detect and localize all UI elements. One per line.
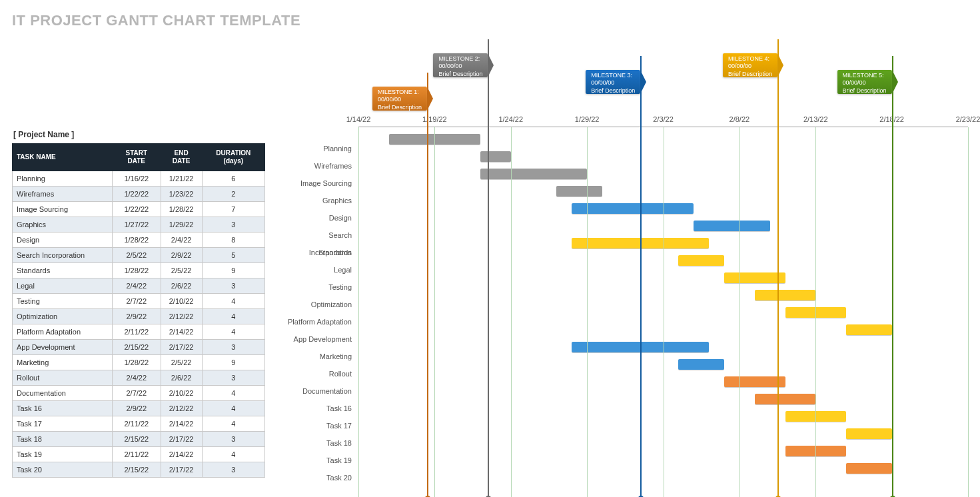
milestone-title: MILESTONE 4: xyxy=(728,55,772,63)
cell-start-date: 2/11/22 xyxy=(113,416,161,432)
cell-task-name: Task 17 xyxy=(13,416,113,432)
gantt-bar xyxy=(678,255,724,266)
cell-task-name: Search Incorporation xyxy=(13,248,113,263)
table-row: Optimization2/9/222/12/224 xyxy=(13,309,265,324)
milestone-title: MILESTONE 2: xyxy=(438,55,482,63)
cell-duration: 7 xyxy=(202,202,264,217)
gridline xyxy=(434,127,435,497)
cell-duration: 8 xyxy=(202,233,264,248)
cell-duration: 4 xyxy=(202,324,264,340)
cell-end-date: 2/12/22 xyxy=(161,401,202,416)
milestone-date: 00/00/00 xyxy=(728,63,772,70)
cell-start-date: 1/28/22 xyxy=(113,355,161,370)
gantt-bar xyxy=(724,376,785,387)
cell-start-date: 1/22/22 xyxy=(113,187,161,202)
cell-start-date: 2/11/22 xyxy=(113,324,161,340)
cell-start-date: 1/28/22 xyxy=(113,233,161,248)
cell-start-date: 1/22/22 xyxy=(113,202,161,217)
gridline xyxy=(739,127,740,497)
cell-start-date: 1/27/22 xyxy=(113,217,161,233)
milestone-line xyxy=(427,73,428,497)
cell-task-name: Task 19 xyxy=(13,447,113,462)
table-row: Task 172/11/222/14/224 xyxy=(13,416,265,432)
gantt-bar xyxy=(480,169,587,179)
cell-end-date: 1/21/22 xyxy=(161,171,202,187)
cell-end-date: 2/17/22 xyxy=(161,462,202,478)
gantt-row-label: Task 16 xyxy=(285,400,352,417)
milestone-title: MILESTONE 5: xyxy=(843,72,887,79)
cell-task-name: Planning xyxy=(13,171,113,187)
gantt-bar xyxy=(755,394,816,404)
milestone-banner: MILESTONE 2:00/00/00Brief Description xyxy=(433,53,488,77)
cell-task-name: Graphics xyxy=(13,217,113,233)
gantt-row-label: Rollout xyxy=(285,365,352,382)
cell-task-name: App Development xyxy=(13,340,113,355)
cell-task-name: Standards xyxy=(13,263,113,278)
cell-end-date: 1/29/22 xyxy=(161,217,202,233)
cell-duration: 6 xyxy=(202,171,264,187)
cell-duration: 5 xyxy=(202,248,264,263)
milestone-desc: Brief Description xyxy=(728,71,772,78)
cell-task-name: Platform Adaptation xyxy=(13,324,113,340)
milestone-banner: MILESTONE 4:00/00/00Brief Description xyxy=(723,53,777,77)
cell-duration: 9 xyxy=(202,355,264,370)
cell-start-date: 2/11/22 xyxy=(113,447,161,462)
gantt-bar xyxy=(846,324,892,335)
gridline xyxy=(358,127,359,497)
cell-end-date: 2/5/22 xyxy=(161,263,202,278)
cell-task-name: Rollout xyxy=(13,370,113,386)
gantt-row-label: Task 20 xyxy=(285,469,352,486)
gantt-bar xyxy=(694,221,769,231)
milestone-date: 00/00/00 xyxy=(843,79,887,87)
milestone-banner: MILESTONE 1:00/00/00Brief Description xyxy=(372,87,427,111)
gantt-row-label: Image Sourcing xyxy=(285,175,352,192)
gantt-row-label: Platform Adaptation xyxy=(285,313,352,330)
cell-duration: 4 xyxy=(202,386,264,401)
axis-tick-label: 1/24/22 xyxy=(498,115,523,123)
cell-duration: 3 xyxy=(202,432,264,447)
gantt-row-label: Optimization xyxy=(285,296,352,313)
cell-duration: 4 xyxy=(202,309,264,324)
table-row: Platform Adaptation2/11/222/14/224 xyxy=(13,324,265,340)
gantt-row-label: Task 18 xyxy=(285,434,352,452)
milestone-desc: Brief Description xyxy=(438,71,482,78)
col-end-date: END DATE xyxy=(161,144,202,171)
cell-duration: 3 xyxy=(202,217,264,233)
gantt-row-label: Design xyxy=(285,209,352,227)
gantt-row-label: App Development xyxy=(285,330,352,348)
cell-end-date: 2/6/22 xyxy=(161,278,202,294)
gantt-row-label: Testing xyxy=(285,278,352,296)
cell-task-name: Documentation xyxy=(13,386,113,401)
table-row: Rollout2/4/222/6/223 xyxy=(13,370,265,386)
gantt-row-label: Standards xyxy=(285,244,352,261)
cell-end-date: 2/9/22 xyxy=(161,248,202,263)
cell-start-date: 1/28/22 xyxy=(113,263,161,278)
col-duration: DURATION (days) xyxy=(202,144,264,171)
cell-duration: 4 xyxy=(202,447,264,462)
milestone-line xyxy=(488,39,489,497)
cell-start-date: 1/16/22 xyxy=(113,171,161,187)
milestone-date: 00/00/00 xyxy=(438,63,482,70)
cell-end-date: 2/14/22 xyxy=(161,416,202,432)
cell-duration: 4 xyxy=(202,416,264,432)
cell-duration: 2 xyxy=(202,187,264,202)
cell-end-date: 2/17/22 xyxy=(161,432,202,447)
cell-task-name: Optimization xyxy=(13,309,113,324)
cell-task-name: Task 18 xyxy=(13,432,113,447)
cell-duration: 3 xyxy=(202,340,264,355)
gantt-bar xyxy=(846,463,892,474)
gantt-row-label: Graphics xyxy=(285,192,352,209)
gridline xyxy=(587,127,588,497)
gantt-row-labels: PlanningWireframesImage SourcingGraphics… xyxy=(285,127,358,486)
table-row: Task 202/15/222/17/223 xyxy=(13,462,265,478)
gantt-row-label: Legal xyxy=(285,261,352,278)
project-name-label: [ Project Name ] xyxy=(13,130,265,139)
cell-end-date: 2/10/22 xyxy=(161,294,202,309)
gridline xyxy=(815,127,816,497)
cell-start-date: 2/7/22 xyxy=(113,386,161,401)
milestone-line xyxy=(777,39,779,497)
cell-end-date: 2/6/22 xyxy=(161,370,202,386)
gantt-bar xyxy=(846,428,892,439)
cell-start-date: 2/4/22 xyxy=(113,278,161,294)
cell-task-name: Design xyxy=(13,233,113,248)
